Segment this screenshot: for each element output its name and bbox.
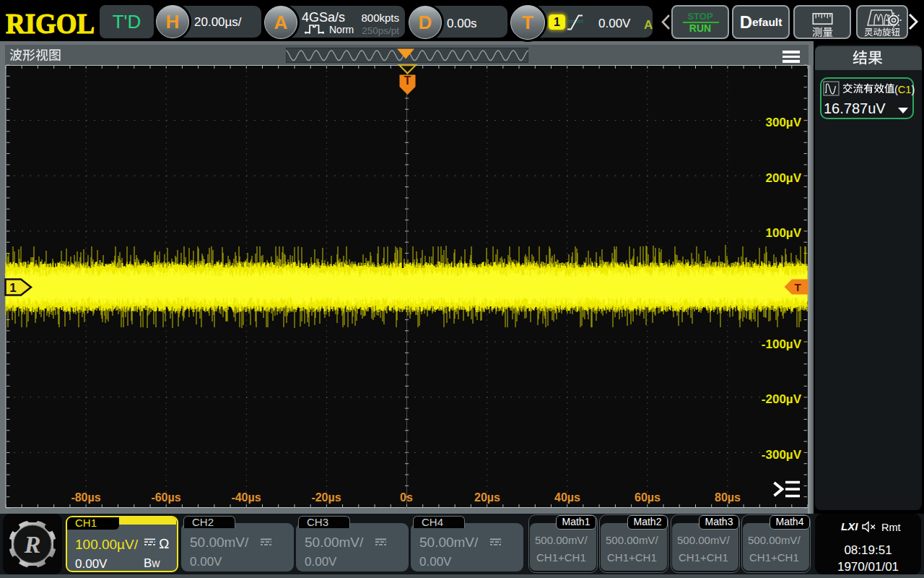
svg-text:1: 1	[9, 281, 16, 295]
svg-text:T: T	[794, 281, 801, 293]
svg-text:R: R	[24, 531, 41, 558]
svg-text:T: T	[404, 74, 411, 87]
